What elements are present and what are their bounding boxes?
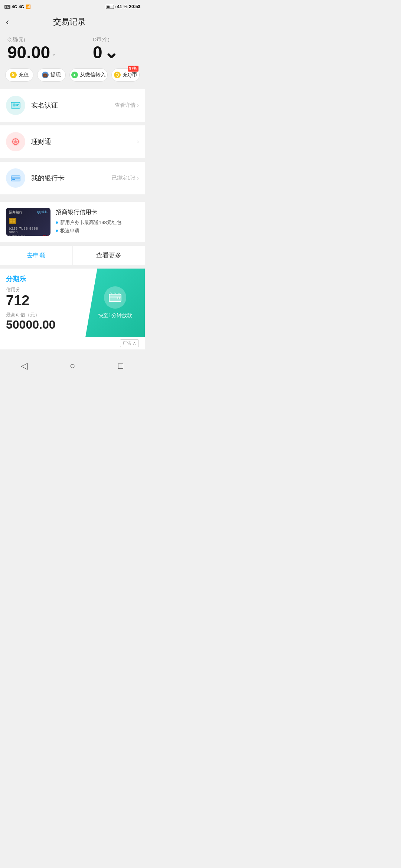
finance-right: › [137, 138, 139, 145]
wechat-label: 从微信转入 [80, 72, 106, 78]
action-buttons: ¥ 充值 💼 提现 ● 从微信转入 97折 Q 充Q币 [0, 68, 145, 89]
page-title: 交易记录 [53, 16, 86, 27]
finance-chevron-icon: › [137, 138, 139, 145]
fenqile-left: 分期乐 信用分 712 最高可借（元） 50000.00 [0, 269, 85, 337]
fenqile-brand: 分期乐 [6, 274, 79, 283]
battery-indicator [106, 5, 115, 9]
wifi-icon: 📶 [26, 4, 31, 9]
bankcard-right-text: 已绑定1张 [112, 175, 136, 181]
bankcard-icon-wrap [6, 168, 25, 188]
ad-actions: 去申领 查看更多 [0, 246, 145, 265]
fenqile-right[interactable]: 快至1分钟放款 [85, 269, 145, 337]
svg-rect-4 [16, 105, 18, 106]
qcoin-icon: Q [114, 72, 121, 78]
wechat-transfer-button[interactable]: ● 从微信转入 [69, 68, 108, 82]
bullet-icon-2 [56, 230, 58, 232]
bottom-nav: ◁ ○ □ [0, 353, 145, 380]
bankcard-chevron-icon: › [137, 175, 139, 181]
ad-point-1: 新用户办卡最高送198元红包 [56, 219, 139, 226]
qq-wallet-tag: QQ钱包 [37, 210, 48, 215]
balance-label: 余额(元) [7, 36, 25, 43]
home-nav-button[interactable]: ○ [66, 359, 79, 372]
discount-badge: 97折 [128, 66, 138, 72]
qcoin-charge-button[interactable]: 97折 Q 充Q币 [111, 68, 140, 82]
fenqile-cta: 快至1分钟放款 [98, 312, 132, 319]
finance-icon-wrap [6, 132, 25, 151]
battery-percent: 41 [117, 4, 122, 9]
withdraw-icon: 💼 [42, 72, 49, 78]
signal-4g-2: 4G [19, 4, 24, 9]
status-right: 41% 20:53 [106, 4, 140, 9]
realname-icon-wrap [6, 96, 25, 115]
fenqile-max-label: 最高可借（元） [6, 312, 79, 318]
realname-chevron-icon: › [137, 102, 139, 109]
balance-amount[interactable]: 90.00 ⌄ [7, 44, 56, 61]
bankcard-card[interactable]: 我的银行卡 已绑定1张 › [0, 162, 145, 194]
qcoin-section: Q币(个) 0 ⌄ [93, 36, 137, 61]
svg-rect-0 [11, 102, 20, 108]
clock: 20:53 [129, 4, 140, 9]
finance-label: 理财通 [31, 137, 137, 146]
balance-value: 90.00 [7, 44, 50, 61]
qcoin-value: 0 [93, 44, 102, 61]
fenqile-credit-label: 信用分 [6, 286, 79, 293]
svg-point-19 [118, 297, 119, 299]
back-button[interactable]: ‹ [6, 17, 9, 27]
card-number: b225 7b88 8888 8888 [9, 227, 48, 234]
menu-nav-button[interactable]: □ [114, 359, 127, 372]
svg-rect-3 [16, 104, 19, 105]
recharge-label: 充值 [19, 72, 29, 78]
finance-icon [10, 136, 21, 147]
back-nav-button[interactable]: ◁ [17, 359, 31, 372]
fenqile-section: 分期乐 信用分 712 最高可借（元） 50000.00 快至1分钟放款 [0, 269, 145, 337]
ad-banner: 招商银行 QQ钱包 b225 7b88 8888 8888 XIANG RI K… [0, 202, 145, 242]
bullet-icon [56, 221, 58, 224]
unionpay-icon: UP [43, 234, 48, 236]
bankcard-label: 我的银行卡 [31, 174, 112, 183]
svg-rect-9 [11, 177, 20, 179]
qcoin-label: Q币(个) [93, 36, 110, 43]
balance-left: 余额(元) 90.00 ⌄ [7, 36, 93, 61]
withdraw-button[interactable]: 💼 提现 [37, 68, 65, 82]
ad-point-2: 极速申请 [56, 227, 139, 234]
bank-logo: 招商银行 [9, 210, 22, 215]
withdraw-label: 提现 [50, 72, 61, 78]
realname-right-text: 查看详情 [115, 102, 136, 109]
realname-label: 实名认证 [31, 101, 115, 110]
realname-right: 查看详情 › [115, 102, 139, 109]
card-list: 实名认证 查看详情 › 理财通 › 我的银行卡 [0, 89, 145, 198]
status-bar: HD 4G 4G 📶 41% 20:53 [0, 0, 145, 13]
svg-point-2 [13, 103, 16, 106]
apply-button[interactable]: 去申领 [0, 246, 72, 265]
cardholder-name: XIANG RI KUI [9, 235, 25, 236]
fenqile-max-amount: 50000.00 [6, 318, 79, 331]
fenqile-credit-score: 712 [6, 293, 79, 309]
qcoin-chevron-icon: ⌄ [104, 44, 118, 61]
realname-icon [10, 100, 21, 111]
ad-tag[interactable]: 广告 ∧ [120, 339, 139, 347]
qcoin-amount[interactable]: 0 ⌄ [93, 44, 118, 61]
finance-card[interactable]: 理财通 › [0, 125, 145, 158]
balance-chevron-icon: ⌄ [52, 51, 56, 56]
realname-card[interactable]: 实名认证 查看详情 › [0, 89, 145, 122]
ad-content: 招商银行信用卡 新用户办卡最高送198元红包 极速申请 [56, 208, 139, 236]
qcoin-charge-label: 充Q币 [123, 72, 137, 78]
ad-title: 招商银行信用卡 [56, 208, 139, 216]
bankcard-icon [10, 172, 21, 184]
wallet-icon [104, 286, 126, 309]
ad-label-bar: 广告 ∧ [0, 337, 145, 349]
balance-section: 余额(元) 90.00 ⌄ Q币(个) 0 ⌄ [0, 32, 145, 68]
bankcard-right: 已绑定1张 › [112, 175, 139, 181]
top-nav: ‹ 交易记录 [0, 13, 145, 32]
recharge-button[interactable]: ¥ 充值 [5, 68, 33, 82]
signal-4g-1: 4G [12, 4, 17, 9]
card-chip [9, 218, 16, 225]
hd-badge: HD [4, 5, 10, 9]
wechat-icon: ● [71, 72, 78, 78]
recharge-icon: ¥ [10, 72, 17, 78]
view-more-button[interactable]: 查看更多 [72, 246, 145, 265]
status-left: HD 4G 4G 📶 [4, 4, 31, 9]
svg-rect-10 [12, 179, 15, 180]
credit-card-image: 招商银行 QQ钱包 b225 7b88 8888 8888 XIANG RI K… [6, 208, 50, 236]
